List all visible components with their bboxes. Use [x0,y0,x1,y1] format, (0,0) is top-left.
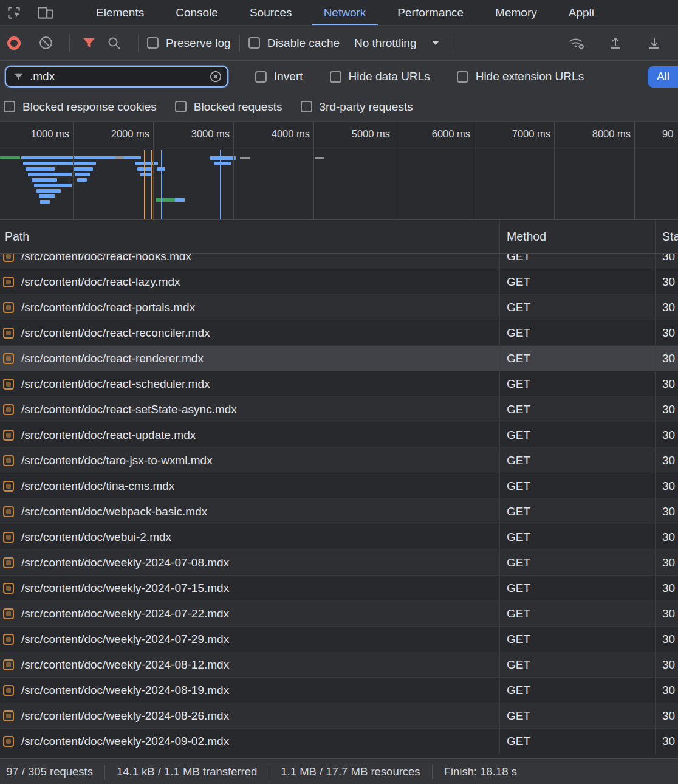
file-icon [3,254,14,262]
table-row[interactable]: /src/content/doc/weekly-2024-07-15.mdx G… [0,576,678,601]
request-status: 30 [655,703,678,728]
table-row[interactable]: /src/content/doc/tina-cms.mdx GET 30 [0,473,678,499]
third-party-requests-checkbox[interactable]: 3rd-party requests [301,100,413,114]
record-network-log-button[interactable] [7,36,21,50]
timeline-gridline [554,122,555,219]
filter-toggle-button[interactable] [78,33,99,53]
invert-label: Invert [274,70,303,83]
column-header-status[interactable]: Sta [655,220,678,253]
table-row[interactable]: /src/content/doc/react-reconciler.mdx GE… [0,320,678,346]
network-toolbar: Preserve log Disable cache No throttling [0,26,678,61]
request-path: /src/content/doc/react-lazy.mdx [21,275,180,289]
filter-input[interactable] [30,70,209,83]
blocked-requests-checkbox[interactable]: Blocked requests [175,100,282,114]
request-path: /src/content/doc/react-setState-async.md… [21,403,237,416]
tab-memory[interactable]: Memory [479,0,553,26]
import-har-button[interactable] [605,33,626,53]
ruler-tick: 4000 ms [272,128,310,140]
table-row[interactable]: /src/content/doc/react-update.mdx GET 30 [0,422,678,448]
request-method: GET [499,627,655,652]
tab-appli[interactable]: Appli [553,0,610,26]
request-status: 30 [655,576,678,600]
inspect-icon [6,5,22,21]
request-method: GET [499,320,655,345]
file-icon [3,302,14,313]
tab-console[interactable]: Console [160,0,234,26]
request-status: 30 [655,729,678,754]
file-icon [3,379,14,390]
divider [239,35,240,52]
request-path-cell: /src/content/doc/weekly-2024-08-12.mdx [0,652,499,677]
column-header-method[interactable]: Method [499,220,655,253]
export-har-button[interactable] [644,33,665,53]
waterfall-bar [28,173,72,176]
timeline-gridline [233,122,234,219]
table-row[interactable]: /src/content/doc/weekly-2024-07-29.mdx G… [0,627,678,652]
table-row[interactable]: /src/content/doc/webui-2.mdx GET 30 [0,524,678,550]
network-conditions-icon [567,35,586,50]
request-method: GET [499,601,655,626]
resources-size: 1.1 MB / 17.7 MB resources [281,765,420,779]
table-row[interactable]: /src/content/doc/weekly-2024-07-22.mdx G… [0,601,678,627]
table-row[interactable]: /src/content/doc/react-scheduler.mdx GET… [0,371,678,397]
request-path-cell: /src/content/doc/webpack-basic.mdx [0,499,499,524]
waterfall-bar [72,162,96,165]
clear-filter-icon[interactable] [209,70,222,83]
request-path: /src/content/doc/weekly-2024-07-22.mdx [21,607,229,621]
request-status: 30 [655,499,678,524]
blocked-response-cookies-checkbox[interactable]: Blocked response cookies [4,100,157,114]
throttling-select[interactable]: No throttling [354,36,439,50]
tab-network[interactable]: Network [308,0,382,26]
toolbar-right-icons [566,33,669,53]
file-icon [3,455,14,466]
hide-data-urls-checkbox[interactable]: Hide data URLs [330,70,430,83]
file-icon [3,685,14,696]
file-icon [3,634,14,645]
tab-elements[interactable]: Elements [80,0,160,26]
table-row[interactable]: /src/content/doc/weekly-2024-08-19.mdx G… [0,678,678,703]
table-row[interactable]: /src/content/doc/react-setState-async.md… [0,397,678,422]
inspect-element-button[interactable] [4,2,24,23]
tab-performance[interactable]: Performance [382,0,479,26]
network-overview-timeline[interactable]: 1000 ms2000 ms3000 ms4000 ms5000 ms6000 … [0,122,678,220]
table-row[interactable]: /src/content/doc/webpack-basic.mdx GET 3… [0,499,678,524]
device-toolbar-button[interactable] [35,2,56,23]
request-status: 30 [655,627,678,652]
request-path: /src/content/doc/react-hooks.mdx [21,254,191,263]
table-row[interactable]: /src/content/doc/weekly-2024-08-26.mdx G… [0,703,678,729]
request-path: /src/content/doc/tina-cms.mdx [21,480,174,493]
hide-extension-urls-checkbox[interactable]: Hide extension URLs [457,70,584,83]
column-header-path[interactable]: Path [0,220,499,253]
preserve-log-checkbox[interactable]: Preserve log [147,36,231,50]
table-row[interactable]: /src/content/doc/taro-jsx-to-wxml.mdx GE… [0,448,678,473]
invert-checkbox[interactable]: Invert [255,70,303,83]
divider [69,35,70,52]
request-path-cell: /src/content/doc/react-setState-async.md… [0,397,499,422]
request-method: GET [499,524,655,549]
table-row[interactable]: /src/content/doc/weekly-2024-07-08.mdx G… [0,550,678,576]
request-path-cell: /src/content/doc/weekly-2024-07-22.mdx [0,601,499,626]
timeline-gridline [634,122,635,219]
table-row[interactable]: /src/content/doc/react-lazy.mdx GET 30 [0,269,678,295]
table-row[interactable]: /src/content/doc/react-hooks.mdx GET 30 [0,254,678,269]
hide-data-urls-label: Hide data URLs [349,70,430,83]
tab-sources[interactable]: Sources [234,0,308,26]
overview-waterfall [0,150,678,219]
disable-cache-checkbox[interactable]: Disable cache [248,36,340,50]
waterfall-bar [240,157,250,159]
event-marker-line [151,150,152,219]
upload-icon [608,36,623,50]
checkbox-box [255,71,267,83]
network-conditions-button[interactable] [566,33,587,53]
clear-network-log-button[interactable] [35,33,56,53]
table-row[interactable]: /src/content/doc/react-renderer.mdx GET … [0,346,678,371]
status-bar: 97 / 305 requests 14.1 kB / 1.1 MB trans… [0,758,678,784]
table-row[interactable]: /src/content/doc/react-portals.mdx GET 3… [0,295,678,320]
table-row[interactable]: /src/content/doc/weekly-2024-08-12.mdx G… [0,652,678,678]
request-path: /src/content/doc/weekly-2024-07-15.mdx [21,582,229,595]
resource-type-all-chip[interactable]: All [648,66,678,88]
request-path-cell: /src/content/doc/tina-cms.mdx [0,473,499,498]
table-row[interactable]: /src/content/doc/weekly-2024-09-02.mdx G… [0,729,678,754]
search-button[interactable] [104,33,125,53]
file-icon [3,736,14,747]
